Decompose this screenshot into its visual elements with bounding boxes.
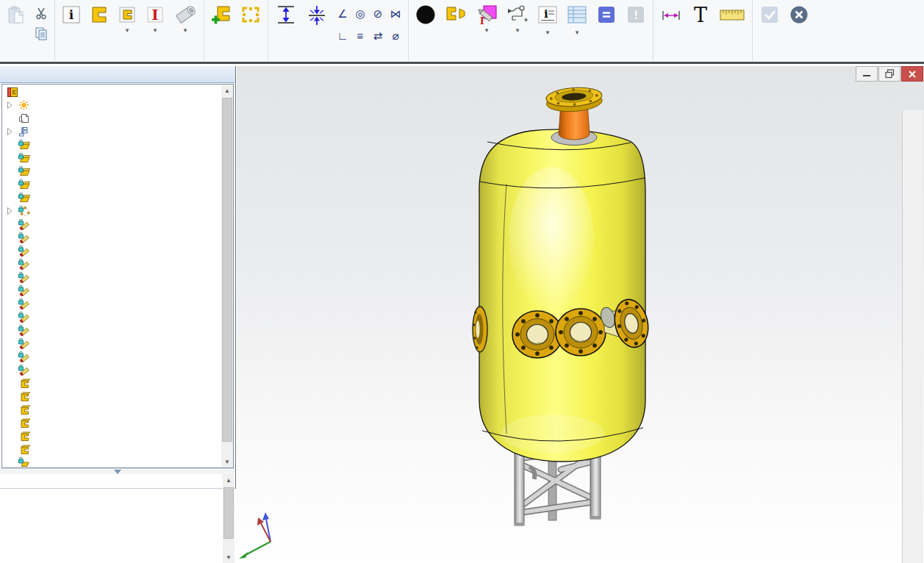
profile-icon: I bbox=[146, 2, 165, 27]
insert-group-label bbox=[57, 49, 201, 62]
dim-icon bbox=[660, 2, 682, 27]
text-button[interactable]: T bbox=[687, 0, 715, 49]
tree-item[interactable] bbox=[2, 178, 221, 191]
distance-constraint-button[interactable] bbox=[271, 0, 301, 49]
dof-scrollbar[interactable]: ▲ ▼ bbox=[223, 474, 234, 563]
symmetry-constraint-button[interactable]: ⋈ bbox=[387, 3, 404, 25]
vpart-locked-icon bbox=[18, 457, 31, 468]
expand-arrow-icon[interactable] bbox=[7, 128, 18, 135]
side-flange-left[interactable] bbox=[473, 306, 487, 352]
tree-item[interactable] bbox=[2, 403, 221, 416]
svg-text:T: T bbox=[694, 4, 707, 25]
ruler-icon bbox=[719, 2, 745, 27]
vessel-body[interactable] bbox=[479, 129, 645, 462]
tree-item[interactable] bbox=[2, 442, 221, 456]
tangent-constraint-button[interactable]: ⊘ bbox=[369, 3, 387, 25]
3d-scene[interactable] bbox=[237, 66, 924, 563]
application-window: i ▾ I ▾ bbox=[0, 0, 924, 563]
tree-scrollbar-thumb[interactable] bbox=[222, 98, 232, 442]
profile-button[interactable]: I ▾ bbox=[141, 0, 169, 49]
ok-button[interactable] bbox=[755, 0, 784, 49]
tree-item[interactable] bbox=[2, 231, 221, 244]
scroll-up-icon[interactable]: ▲ bbox=[221, 85, 233, 96]
scroll-down-icon[interactable]: ▼ bbox=[221, 456, 233, 467]
scroll-down-icon[interactable]: ▼ bbox=[223, 551, 234, 563]
parallel-constraint-button[interactable]: ≡ bbox=[351, 25, 369, 47]
error-log-button[interactable]: ! bbox=[621, 0, 651, 49]
tree-item[interactable] bbox=[2, 284, 221, 297]
mass-icon bbox=[415, 2, 436, 27]
face-button[interactable]: I ▾ bbox=[471, 0, 502, 49]
tree-item[interactable] bbox=[2, 363, 221, 376]
parts-list-button[interactable]: ▾ bbox=[562, 0, 592, 49]
profile-locked-icon bbox=[18, 338, 31, 349]
tree-item[interactable] bbox=[2, 429, 221, 442]
tree-item[interactable] bbox=[2, 310, 221, 323]
tree-item[interactable] bbox=[2, 350, 221, 363]
tree-item[interactable] bbox=[2, 138, 221, 151]
profile-locked-icon bbox=[18, 259, 31, 270]
tree-item[interactable] bbox=[2, 323, 221, 337]
dim-button[interactable] bbox=[656, 0, 687, 49]
tree-item[interactable] bbox=[2, 112, 221, 125]
tree-item[interactable] bbox=[2, 204, 221, 218]
exit-button[interactable] bbox=[784, 0, 814, 49]
tree-item[interactable] bbox=[2, 416, 221, 429]
tree-scrollbar[interactable]: ▲ ▼ bbox=[221, 85, 233, 467]
tree-item[interactable] bbox=[2, 456, 221, 468]
mass-button[interactable] bbox=[411, 0, 440, 49]
pattern-button[interactable] bbox=[236, 0, 265, 49]
tree-item[interactable] bbox=[2, 244, 221, 257]
profile-locked-icon bbox=[18, 351, 31, 362]
minimize-button[interactable] bbox=[856, 66, 878, 82]
tree-item[interactable] bbox=[2, 218, 221, 231]
model-button[interactable] bbox=[85, 0, 113, 49]
tree-item[interactable] bbox=[2, 125, 221, 138]
copy-button[interactable] bbox=[33, 28, 49, 43]
tree-item[interactable] bbox=[2, 270, 221, 284]
expand-arrow-icon[interactable] bbox=[7, 101, 18, 109]
solve-button[interactable] bbox=[592, 0, 621, 49]
front-flange-1[interactable] bbox=[512, 311, 562, 358]
tree-item[interactable] bbox=[2, 390, 221, 403]
tree-item[interactable] bbox=[2, 191, 221, 204]
tree-item[interactable] bbox=[2, 297, 221, 310]
tree-item[interactable] bbox=[2, 98, 221, 112]
tree-item[interactable] bbox=[2, 257, 221, 270]
tree-item[interactable] bbox=[2, 337, 221, 350]
paste-button[interactable] bbox=[2, 0, 30, 49]
coincidence-button[interactable] bbox=[301, 0, 332, 49]
restore-button[interactable] bbox=[878, 66, 900, 82]
schemas-button[interactable]: ▾ bbox=[502, 0, 533, 49]
fix-constraint-button[interactable]: ⌀ bbox=[387, 25, 404, 47]
explode-button[interactable] bbox=[440, 0, 471, 49]
assembly-tree[interactable] bbox=[2, 85, 221, 468]
tree-item[interactable] bbox=[2, 85, 221, 98]
constraints-group-label bbox=[271, 49, 406, 62]
distance-measure-button[interactable] bbox=[715, 0, 750, 49]
cut-button[interactable] bbox=[33, 7, 49, 22]
tree-item[interactable] bbox=[2, 151, 221, 165]
new-button[interactable] bbox=[207, 0, 236, 49]
concentric-constraint-button[interactable]: ◎ bbox=[351, 3, 369, 25]
component-button[interactable]: ▾ bbox=[113, 0, 141, 49]
close-button[interactable] bbox=[901, 66, 923, 82]
scroll-up-icon[interactable]: ▲ bbox=[223, 474, 234, 486]
item-data-button[interactable]: i ▾ bbox=[533, 0, 562, 49]
perpendicular-constraint-button[interactable]: ∟ bbox=[334, 25, 351, 47]
pipe-icon bbox=[173, 2, 197, 27]
equal-distance-constraint-button[interactable]: ⇄ bbox=[369, 25, 387, 47]
front-flange-2[interactable] bbox=[556, 309, 606, 356]
chevron-down-icon: ▾ bbox=[516, 27, 520, 34]
dof-scrollbar-thumb[interactable] bbox=[223, 487, 234, 539]
tree-item[interactable] bbox=[2, 376, 221, 390]
tree-item[interactable] bbox=[2, 165, 221, 178]
text-icon: T bbox=[691, 2, 710, 27]
pipe-button[interactable]: ▾ bbox=[169, 0, 201, 49]
tools-group-label bbox=[411, 49, 651, 62]
3d-viewport[interactable] bbox=[237, 66, 924, 563]
item-button[interactable]: i bbox=[57, 0, 85, 49]
expand-arrow-icon[interactable] bbox=[7, 207, 18, 215]
top-nozzle[interactable] bbox=[545, 86, 603, 146]
angle-constraint-button[interactable]: ∠ bbox=[334, 3, 351, 25]
